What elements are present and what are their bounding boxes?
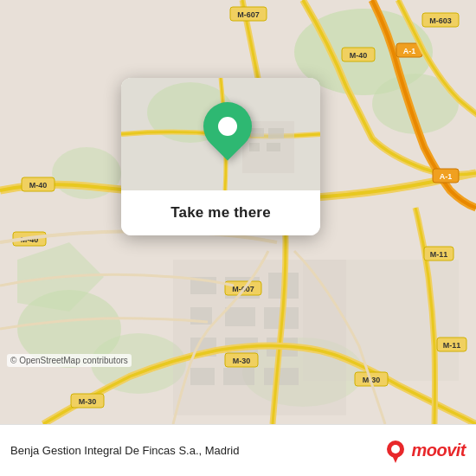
moovit-logo: moovit (383, 439, 466, 463)
svg-rect-20 (264, 368, 299, 385)
svg-text:A-1: A-1 (403, 47, 416, 55)
svg-rect-19 (223, 368, 254, 385)
moovit-pin-icon (383, 439, 408, 463)
place-name: Benja Gestion Integral De Fincas S.a., M… (10, 444, 375, 457)
svg-text:M-30: M-30 (233, 357, 251, 365)
svg-point-57 (391, 445, 400, 453)
svg-marker-58 (392, 455, 399, 463)
svg-text:M-607: M-607 (237, 10, 260, 19)
svg-text:M-30: M-30 (79, 397, 97, 406)
popup-map-preview (121, 78, 320, 190)
svg-rect-52 (251, 128, 264, 137)
map-background: M-40 M-40 M-607 M-40 A-1 A-1 M-603 (0, 0, 476, 424)
popup-card: Take me there (121, 78, 320, 235)
take-me-there-button[interactable]: Take me there (121, 190, 320, 235)
svg-text:M-603: M-603 (429, 16, 452, 25)
svg-rect-53 (268, 128, 284, 138)
svg-text:M-11: M-11 (430, 250, 448, 259)
svg-rect-13 (225, 307, 255, 326)
bottom-bar: Benja Gestion Integral De Fincas S.a., M… (0, 424, 476, 476)
osm-attribution: © OpenStreetMap contributors (7, 354, 132, 367)
moovit-brand-text: moovit (411, 441, 466, 460)
svg-rect-55 (267, 143, 280, 151)
svg-text:M-11: M-11 (443, 341, 461, 350)
svg-text:A-1: A-1 (440, 172, 453, 181)
svg-rect-18 (190, 368, 215, 385)
svg-text:M-40: M-40 (350, 51, 368, 60)
svg-rect-54 (249, 143, 260, 151)
svg-text:M-40: M-40 (29, 181, 48, 190)
